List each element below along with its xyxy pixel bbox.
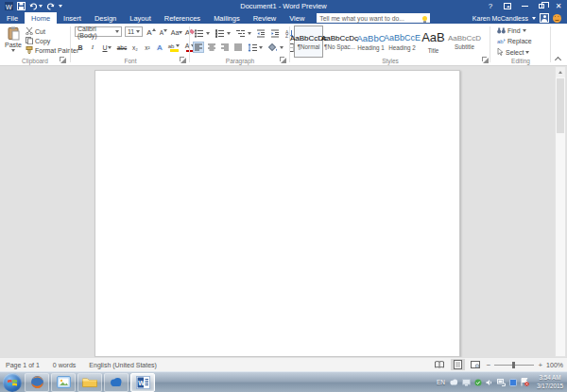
paste-label: Paste: [5, 42, 22, 48]
style-normal[interactable]: AaBbCcDc ¶Normal: [294, 26, 323, 58]
line-spacing-button[interactable]: [246, 43, 265, 53]
taskbar-word-button[interactable]: W: [130, 373, 155, 392]
paragraph-dialog-launcher[interactable]: [280, 57, 286, 63]
justify-button[interactable]: [232, 42, 244, 53]
style-subtitle[interactable]: AaBbCcD Subtitle: [450, 26, 479, 58]
copy-icon: [26, 37, 33, 44]
font-name-combo[interactable]: Calibri (Body): [75, 26, 122, 37]
bullets-button[interactable]: [193, 28, 212, 39]
grow-font-button[interactable]: A: [146, 26, 157, 38]
change-case-button[interactable]: Aa: [170, 26, 183, 38]
highlight-color-button[interactable]: ab: [166, 42, 181, 53]
tray-volume-icon[interactable]: [486, 379, 493, 386]
tell-me-box[interactable]: Tell me what you want to do...: [317, 13, 430, 23]
tab-layout[interactable]: Layout: [123, 12, 158, 24]
align-right-button[interactable]: [219, 42, 231, 53]
tab-mailings[interactable]: Mailings: [207, 12, 247, 24]
zoom-in-button[interactable]: +: [538, 361, 542, 369]
style-heading1[interactable]: AaBbC Heading 1: [356, 26, 386, 58]
decrease-indent-button[interactable]: [255, 28, 267, 39]
ribbon-display-options-button[interactable]: [499, 0, 516, 12]
page-indicator[interactable]: Page 1 of 1: [6, 362, 40, 368]
collapse-ribbon-button[interactable]: [556, 56, 561, 61]
customize-qat-caret[interactable]: [59, 5, 62, 8]
subscript-button[interactable]: x₂: [129, 42, 141, 53]
taskbar-photo-viewer-button[interactable]: [51, 373, 76, 392]
tray-cloud-icon[interactable]: [449, 379, 458, 385]
bold-button[interactable]: B: [75, 42, 86, 53]
tray-clock[interactable]: 3:54 AM 3/17/2015: [533, 374, 563, 391]
tab-insert[interactable]: Insert: [57, 12, 88, 24]
increase-indent-button[interactable]: [269, 28, 282, 39]
font-dialog-launcher[interactable]: [180, 57, 186, 63]
vertical-scrollbar[interactable]: [555, 66, 566, 357]
paste-dropdown-caret[interactable]: [11, 49, 15, 52]
zoom-slider[interactable]: [494, 365, 534, 366]
undo-dropdown-caret[interactable]: [39, 5, 43, 8]
restore-button[interactable]: [533, 0, 550, 12]
style-no-spacing[interactable]: AaBbCcDc ¶No Spac...: [325, 26, 354, 58]
tray-network-icon[interactable]: [497, 379, 506, 386]
tab-references[interactable]: References: [158, 12, 207, 24]
window-controls: ? ✕: [482, 0, 567, 12]
document-area: [0, 66, 567, 357]
multilevel-list-button[interactable]: [234, 28, 253, 39]
replace-button[interactable]: ab Replace: [495, 37, 534, 45]
text-effects-button[interactable]: A: [154, 42, 165, 53]
account-avatar[interactable]: [540, 13, 549, 23]
taskbar-onedrive-button[interactable]: [104, 373, 129, 392]
tab-design[interactable]: Design: [88, 12, 123, 24]
undo-button[interactable]: [29, 3, 43, 10]
style-title[interactable]: AaB Title: [419, 26, 448, 58]
cut-button[interactable]: Cut: [26, 27, 45, 35]
superscript-button[interactable]: x²: [142, 42, 153, 53]
select-button[interactable]: Select: [495, 47, 531, 57]
clipboard-dialog-launcher[interactable]: [60, 57, 66, 63]
web-layout-button[interactable]: [469, 359, 483, 370]
taskbar-firefox-button[interactable]: [25, 373, 49, 392]
italic-button[interactable]: I: [87, 42, 98, 53]
word-count[interactable]: 0 words: [53, 362, 77, 368]
minimize-button[interactable]: [516, 0, 533, 12]
help-button[interactable]: ?: [482, 0, 499, 12]
print-layout-button[interactable]: [451, 359, 465, 370]
document-page[interactable]: [94, 70, 460, 357]
zoom-level[interactable]: 100%: [546, 362, 563, 368]
strikethrough-button[interactable]: abc: [115, 42, 129, 53]
tray-remove-hardware-icon[interactable]: [474, 379, 482, 386]
numbering-button[interactable]: [214, 28, 232, 39]
language-indicator[interactable]: English (United States): [89, 362, 157, 368]
close-button[interactable]: ✕: [550, 0, 567, 12]
shading-button[interactable]: [266, 43, 285, 53]
scrollbar-thumb[interactable]: [557, 78, 564, 133]
copy-button[interactable]: Copy: [26, 37, 50, 44]
tab-home[interactable]: Home: [25, 12, 57, 24]
tray-language-indicator[interactable]: EN: [437, 379, 445, 385]
start-button[interactable]: [3, 373, 22, 392]
read-mode-button[interactable]: [433, 359, 447, 370]
taskbar-explorer-button[interactable]: [77, 373, 102, 392]
find-binoculars-icon: [497, 27, 506, 34]
save-button[interactable]: [17, 2, 26, 10]
font-size-combo[interactable]: 11: [125, 26, 143, 37]
tray-keyboard-layout-icon[interactable]: [509, 379, 517, 386]
tray-display-icon[interactable]: [462, 379, 471, 386]
style-heading2[interactable]: AaBbCcE Heading 2: [387, 26, 417, 58]
align-left-button[interactable]: [193, 42, 204, 53]
scroll-up-button[interactable]: [556, 67, 565, 77]
tab-view[interactable]: View: [283, 12, 311, 24]
account-name[interactable]: Karen McCandless: [472, 15, 528, 22]
tab-file[interactable]: File: [0, 12, 25, 24]
align-center-button[interactable]: [206, 42, 217, 53]
underline-button[interactable]: U: [99, 42, 114, 53]
account-dropdown-caret[interactable]: [532, 17, 536, 20]
zoom-slider-thumb[interactable]: [512, 362, 515, 368]
tab-review[interactable]: Review: [247, 12, 284, 24]
send-a-smile-icon[interactable]: [553, 14, 561, 23]
styles-dialog-launcher[interactable]: [482, 57, 489, 63]
tray-action-center-icon[interactable]: [521, 378, 529, 386]
shrink-font-button[interactable]: A: [158, 26, 169, 38]
zoom-out-button[interactable]: −: [487, 361, 491, 369]
find-button[interactable]: Find: [495, 26, 528, 35]
repeat-button[interactable]: [46, 3, 55, 10]
